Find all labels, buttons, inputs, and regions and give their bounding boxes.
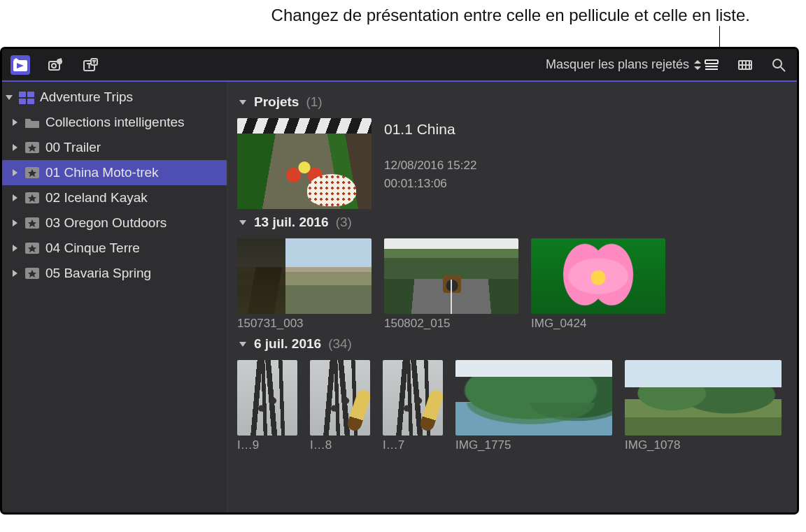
clip-item[interactable]: IMG_1775 <box>455 360 612 452</box>
folder-icon <box>24 115 40 129</box>
library-row[interactable]: Adventure Trips <box>2 85 227 110</box>
clip-thumbnail[interactable] <box>384 238 518 314</box>
svg-marker-29 <box>13 169 17 176</box>
chevron-right-icon[interactable] <box>10 219 19 227</box>
clapper-icon <box>237 118 372 134</box>
project-thumbnail[interactable] <box>237 118 372 209</box>
chevron-right-icon[interactable] <box>10 168 19 177</box>
chevron-right-icon[interactable] <box>10 269 19 278</box>
sidebar-item-label: 04 Cinque Terre <box>45 240 140 256</box>
date-group-header[interactable]: 6 juil. 2016(34) <box>237 336 797 352</box>
clip-filter-menu[interactable]: Masquer les plans rejetés <box>546 57 702 72</box>
clip-thumbnail[interactable] <box>310 360 370 436</box>
event-star-icon <box>24 216 40 230</box>
clip-thumbnail[interactable] <box>531 238 665 314</box>
sidebar-item[interactable]: 00 Trailer <box>2 135 227 160</box>
svg-line-19 <box>781 67 785 71</box>
chevron-right-icon[interactable] <box>10 118 19 127</box>
sidebar-item[interactable]: Collections intelligentes <box>2 110 227 135</box>
sidebar-item[interactable]: 03 Oregon Outdoors <box>2 210 227 236</box>
svg-marker-1 <box>13 58 19 60</box>
sidebar-item[interactable]: 01 China Moto-trek <box>2 160 227 185</box>
svg-rect-21 <box>19 92 26 97</box>
updown-icon <box>693 60 702 70</box>
sidebar-item[interactable]: 04 Cinque Terre <box>2 236 227 261</box>
titles-generators-tab-icon[interactable] <box>80 55 100 75</box>
projects-header-label: Projets <box>254 94 299 110</box>
chevron-down-icon[interactable] <box>239 98 247 106</box>
svg-marker-44 <box>239 100 246 105</box>
clip-thumbnail[interactable] <box>383 360 443 436</box>
svg-marker-32 <box>13 194 17 201</box>
sidebar-item-label: 03 Oregon Outdoors <box>45 215 167 231</box>
view-toggle-button[interactable] <box>702 55 721 75</box>
sidebar-item-label: 01 China Moto-trek <box>45 165 159 180</box>
clip-appearance-button[interactable] <box>735 55 755 75</box>
clip-thumbnail[interactable] <box>237 238 372 314</box>
sidebar-item-label: 00 Trailer <box>45 140 101 155</box>
project-duration: 00:01:13:06 <box>384 177 476 191</box>
svg-marker-46 <box>239 342 246 347</box>
chevron-right-icon[interactable] <box>10 194 19 202</box>
svg-marker-41 <box>13 270 17 277</box>
svg-marker-8 <box>694 60 701 64</box>
date-group-label: 6 juil. 2016 <box>254 336 321 352</box>
svg-rect-23 <box>19 99 26 104</box>
clip-label: 150802_015 <box>384 317 518 331</box>
library-name: Adventure Trips <box>40 89 133 105</box>
svg-marker-25 <box>13 119 17 126</box>
sidebar-item[interactable]: 05 Bavaria Spring <box>2 261 227 286</box>
clip-item[interactable]: 150731_003 <box>237 238 372 331</box>
sidebar-item-label: 02 Iceland Kayak <box>45 190 148 206</box>
library-tab-icon[interactable] <box>10 55 30 75</box>
clip-thumbnail[interactable] <box>237 360 297 436</box>
clip-thumbnail[interactable] <box>625 360 782 436</box>
clip-thumbnail[interactable] <box>455 360 612 436</box>
clip-label: I…9 <box>237 438 297 452</box>
event-star-icon <box>24 241 40 255</box>
projects-group-header[interactable]: Projets (1) <box>237 94 797 110</box>
project-item[interactable]: 01.1 China 12/08/2016 15:22 00:01:13:06 <box>237 118 797 209</box>
clip-filter-label: Masquer les plans rejetés <box>546 57 689 72</box>
clip-item[interactable]: IMG_0424 <box>531 238 665 331</box>
project-title: 01.1 China <box>384 121 476 138</box>
toolbar: Masquer les plans rejetés <box>2 49 797 82</box>
callout-text: Changez de présentation entre celle en p… <box>0 0 799 26</box>
clip-browser: Projets (1) 01.1 China 12/08/2016 15:22 … <box>227 82 797 512</box>
project-thumbnail-image <box>237 134 372 209</box>
clip-label: IMG_1078 <box>625 438 782 452</box>
svg-marker-38 <box>13 245 17 252</box>
app-window: Masquer les plans rejetés <box>0 47 799 515</box>
svg-marker-35 <box>13 220 17 227</box>
clip-item[interactable]: I…8 <box>310 360 370 452</box>
chevron-down-icon[interactable] <box>5 93 13 101</box>
date-group-header[interactable]: 13 juil. 2016(3) <box>237 215 797 230</box>
svg-marker-26 <box>13 144 17 151</box>
library-sidebar: Adventure Trips Collections intelligente… <box>2 82 227 512</box>
sidebar-item[interactable]: 02 Iceland Kayak <box>2 185 227 210</box>
clip-item[interactable]: I…9 <box>237 360 297 452</box>
clip-row: 150731_003150802_015IMG_0424 <box>237 238 797 331</box>
clip-item[interactable]: IMG_1078 <box>625 360 782 452</box>
svg-point-5 <box>57 59 62 64</box>
search-button[interactable] <box>769 55 789 75</box>
clip-label: IMG_1775 <box>455 438 612 452</box>
svg-point-18 <box>773 59 782 68</box>
chevron-right-icon[interactable] <box>10 244 19 252</box>
svg-marker-9 <box>694 66 701 70</box>
clip-item[interactable]: I…7 <box>383 360 443 452</box>
svg-rect-24 <box>27 99 34 104</box>
event-star-icon <box>24 141 40 154</box>
clip-item[interactable]: 150802_015 <box>384 238 518 331</box>
svg-marker-20 <box>6 95 13 100</box>
photos-audio-tab-icon[interactable] <box>45 55 65 75</box>
chevron-down-icon[interactable] <box>239 218 247 227</box>
sidebar-item-label: 05 Bavaria Spring <box>45 266 151 281</box>
date-group-count: (34) <box>328 336 352 352</box>
svg-rect-10 <box>705 60 718 64</box>
svg-marker-45 <box>239 220 246 225</box>
chevron-down-icon[interactable] <box>239 340 247 348</box>
chevron-right-icon[interactable] <box>10 143 19 152</box>
date-group-label: 13 juil. 2016 <box>254 215 329 230</box>
clip-label: IMG_0424 <box>531 317 665 331</box>
